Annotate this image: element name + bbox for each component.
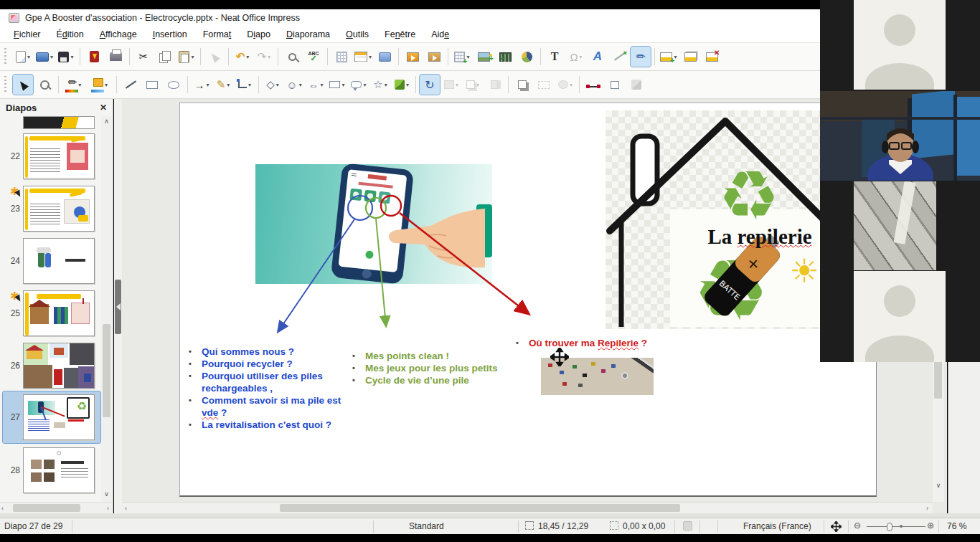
export-pdf-button[interactable] bbox=[84, 47, 104, 67]
fontwork-button[interactable]: A bbox=[588, 47, 608, 67]
callout-shapes-button[interactable]: ▾ bbox=[349, 75, 369, 95]
star-shapes-button[interactable]: ☆▾ bbox=[370, 75, 390, 95]
undo-button[interactable]: ↶▾ bbox=[232, 47, 253, 67]
slide-thumbnail-row[interactable]: 28 bbox=[3, 444, 100, 496]
menu-fichier[interactable]: Fichier bbox=[7, 27, 47, 42]
blue-bullet-list[interactable]: •Qui sommes nous ? •Pourquoi recycler ? … bbox=[189, 346, 347, 431]
align-objects-button[interactable]: ▾ bbox=[441, 75, 461, 95]
insert-line-tool-button[interactable] bbox=[121, 75, 141, 95]
slide-thumbnail-23[interactable] bbox=[23, 186, 95, 232]
slide-thumbnail-row[interactable]: 26 bbox=[3, 340, 100, 391]
slide-thumbnail-25[interactable] bbox=[23, 290, 95, 336]
green-bullet-list[interactable]: •Mes points clean ! •Mes jeux pour les p… bbox=[352, 350, 524, 386]
video-tile-ceiling[interactable] bbox=[854, 181, 936, 270]
open-button[interactable]: ▾ bbox=[34, 47, 55, 67]
panel-scrollbar-thumb[interactable] bbox=[103, 324, 110, 417]
panel-vertical-scrollbar[interactable]: ∧ ∨ bbox=[101, 116, 112, 512]
redo-button[interactable]: ↷▾ bbox=[254, 47, 274, 67]
flowchart-shapes-button[interactable]: ▾ bbox=[327, 75, 347, 95]
symbol-shapes-button[interactable]: ☺▾ bbox=[284, 75, 304, 95]
fit-slide-icon[interactable] bbox=[831, 521, 842, 532]
menu-format[interactable]: Format bbox=[197, 27, 238, 42]
line-color-button[interactable]: ✎▾ bbox=[62, 75, 87, 95]
zoom-in-icon[interactable]: ⊕ bbox=[927, 520, 934, 531]
panel-horizontal-scrollbar[interactable]: ‹ › bbox=[0, 502, 112, 513]
slide-thumbnail-row[interactable]: 24 bbox=[3, 235, 100, 287]
delete-slide-button[interactable] bbox=[702, 47, 722, 67]
video-tile-avatar-2[interactable] bbox=[854, 271, 946, 362]
start-current-slide-button[interactable] bbox=[424, 47, 444, 67]
block-arrows-button[interactable]: ⇔▾ bbox=[306, 75, 326, 95]
insert-chart-button[interactable] bbox=[517, 47, 537, 67]
zoom-slider-thumb[interactable] bbox=[887, 523, 892, 531]
rotate-tool-button[interactable]: ↻ bbox=[420, 75, 440, 95]
zoom-out-icon[interactable]: ⊖ bbox=[854, 520, 861, 531]
rectangle-tool-button[interactable] bbox=[142, 75, 162, 95]
spelling-button[interactable]: ABC✓ bbox=[303, 47, 324, 67]
statusbar-layout-name[interactable]: Standard bbox=[409, 521, 444, 531]
slide-thumbnail-row[interactable]: 23 ✱ bbox=[3, 183, 100, 234]
zoom-slider-track[interactable] bbox=[867, 526, 925, 527]
menu-outils[interactable]: Outils bbox=[339, 27, 375, 42]
toolbar-grip[interactable] bbox=[4, 76, 9, 93]
curve-tool-button[interactable]: ✎▾ bbox=[213, 75, 233, 95]
find-replace-button[interactable] bbox=[282, 47, 302, 67]
ellipse-tool-button[interactable] bbox=[164, 75, 184, 95]
panel-collapse-handle[interactable] bbox=[114, 99, 122, 515]
shadow-button[interactable] bbox=[512, 75, 532, 95]
3d-objects-button[interactable]: ▾ bbox=[392, 75, 412, 95]
slide-thumbnail-21-partial[interactable] bbox=[23, 116, 95, 129]
menu-diapo[interactable]: Diapo bbox=[240, 27, 277, 42]
slide-thumbnail-row[interactable]: 22 ✱ bbox=[3, 130, 100, 182]
insert-textbox-button[interactable]: T bbox=[545, 47, 565, 67]
toolbar-grip[interactable] bbox=[4, 48, 9, 65]
new-slide-button[interactable]: ▾ bbox=[659, 47, 679, 67]
zoom-tool-button[interactable] bbox=[34, 75, 55, 95]
glue-points-button[interactable] bbox=[605, 75, 625, 95]
insert-media-button[interactable] bbox=[495, 47, 515, 67]
vscrollbar-thumb[interactable] bbox=[934, 358, 942, 399]
slide-canvas[interactable]: •Qui sommes nous ? •Pourquoi recycler ? … bbox=[179, 103, 877, 497]
panel-hscrollbar-thumb[interactable] bbox=[13, 504, 80, 512]
crop-image-button[interactable] bbox=[534, 75, 554, 95]
basic-shapes-button[interactable]: ◇▾ bbox=[263, 75, 283, 95]
insert-line-button[interactable] bbox=[609, 47, 629, 67]
menu-edition[interactable]: Édition bbox=[50, 27, 90, 42]
slide-thumbnail-22[interactable] bbox=[23, 133, 95, 179]
menu-fenetre[interactable]: Fenêtre bbox=[378, 27, 422, 42]
fill-color-button[interactable]: ▾ bbox=[88, 75, 113, 95]
mirror-button[interactable] bbox=[484, 75, 504, 95]
lines-arrows-button[interactable]: →▾ bbox=[192, 75, 212, 95]
red-bullet-item[interactable]: •Où trouver ma Repilerie ? bbox=[516, 337, 702, 349]
master-slide-button[interactable] bbox=[374, 47, 395, 67]
image-filter-button[interactable]: ▾ bbox=[555, 75, 575, 95]
display-views-button[interactable]: ▾ bbox=[353, 47, 373, 67]
slide-thumbnail-row-selected[interactable]: 27 ♻ bbox=[3, 391, 100, 443]
hscrollbar-thumb[interactable] bbox=[280, 504, 680, 512]
insert-image-button[interactable] bbox=[473, 47, 494, 67]
print-button[interactable] bbox=[105, 47, 126, 67]
clone-formatting-button[interactable] bbox=[204, 47, 225, 67]
slide-thumbnail-row[interactable]: 25 bbox=[3, 287, 100, 339]
slide-thumbnail-27[interactable]: ♻ bbox=[23, 394, 95, 440]
edit-points-button[interactable] bbox=[583, 75, 603, 95]
video-tile-participant[interactable] bbox=[820, 91, 980, 181]
menu-insertion[interactable]: Insertion bbox=[146, 27, 194, 42]
copy-button[interactable] bbox=[155, 47, 175, 67]
menu-aide[interactable]: Aide bbox=[425, 27, 456, 42]
video-tile-avatar-1[interactable] bbox=[854, 0, 946, 90]
cut-button[interactable]: ✂ bbox=[133, 47, 154, 67]
insert-table-button[interactable]: ▾ bbox=[452, 47, 472, 67]
connector-tool-button[interactable]: ▾ bbox=[235, 75, 255, 95]
statusbar-zoom-level[interactable]: 76 % bbox=[947, 521, 966, 531]
slide-thumbnail-28[interactable] bbox=[23, 447, 95, 493]
select-tool-button[interactable] bbox=[13, 75, 33, 95]
menu-diaporama[interactable]: Diaporama bbox=[280, 27, 336, 42]
repilerie-logo-image[interactable]: ♻ ♻ + BATTE ☀ La repilerie bbox=[606, 110, 846, 329]
panel-collapse-thumb[interactable] bbox=[115, 280, 121, 334]
arrange-objects-button[interactable]: ▾ bbox=[463, 75, 483, 95]
show-draw-functions-button[interactable]: ✎ bbox=[631, 47, 651, 67]
start-first-slide-button[interactable] bbox=[402, 47, 423, 67]
menu-affichage[interactable]: Affichage bbox=[93, 27, 143, 42]
slide-thumbnail-24[interactable] bbox=[23, 238, 95, 284]
